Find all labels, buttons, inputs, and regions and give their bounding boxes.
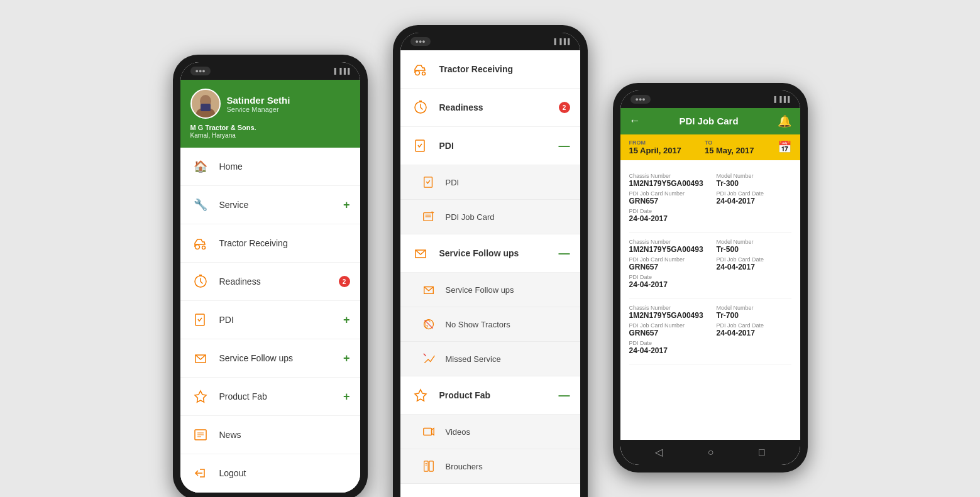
pdi-collapse-icon[interactable]: — — [559, 139, 570, 153]
section-readiness[interactable]: Readiness 2 — [400, 89, 580, 127]
pdi-date-field-3: PDI Date 24-04-2017 — [629, 340, 791, 355]
section-tractor-icon — [410, 59, 431, 79]
home-icon: 🏠 — [190, 156, 211, 177]
model-label-3: Model Number — [717, 305, 791, 311]
svg-marker-30 — [431, 429, 434, 435]
date-to-value: 15 May, 2017 — [705, 146, 754, 155]
pdi-date-field-1: PDI Date 24-04-2017 — [629, 208, 791, 223]
pdi-job-number-value-3: GRN657 — [629, 329, 704, 337]
menu-item-tractor-receiving[interactable]: Tractor Receiving — [180, 224, 360, 263]
menu-item-product-fab[interactable]: Product Fab + — [180, 378, 360, 416]
service-expand-icon[interactable]: + — [343, 199, 350, 212]
phone-2: ●●● ▐ ▐▐▐ Tractor Receiving — [393, 25, 588, 497]
date-from-label: From — [629, 139, 681, 146]
menu-label-news: News — [219, 430, 350, 440]
svg-point-25 — [426, 325, 427, 327]
sub-label-pdi-job-card: PDI Job Card — [446, 212, 495, 222]
sub-label-brouchers: Brouchers — [446, 462, 483, 471]
calendar-icon[interactable]: 📅 — [778, 140, 791, 154]
pdi-date-label-1: PDI Date — [629, 208, 791, 214]
nav-home-button[interactable]: ○ — [708, 447, 714, 458]
sub-videos-icon — [419, 422, 438, 441]
sub-item-brouchers[interactable]: Brouchers — [400, 449, 580, 484]
sub-item-pdi[interactable]: PDI — [400, 165, 580, 200]
model-field-1: Model Number Tr-300 — [717, 173, 791, 188]
section-fab[interactable]: Product Fab — — [400, 376, 580, 415]
pdi-job-date-field-2: PDI Job Card Date 24-04-2017 — [717, 256, 791, 271]
pdi-expand-icon[interactable]: + — [343, 314, 350, 327]
back-button[interactable]: ← — [629, 114, 641, 128]
sub-item-no-show[interactable]: No Show Tractors — [400, 307, 580, 342]
status-pill-2: ●●● — [410, 37, 431, 46]
bell-icon[interactable]: 🔔 — [778, 114, 791, 128]
sub-label-videos: Videos — [446, 427, 471, 437]
pdi-date-value-1: 24-04-2017 — [629, 214, 791, 223]
menu-item-service[interactable]: 🔧 Service + — [180, 186, 360, 224]
menu-label-fab: Product Fab — [219, 391, 343, 401]
svg-point-4 — [195, 245, 199, 249]
sub-item-pdi-job-card[interactable]: PDI Job Card — [400, 200, 580, 234]
menu-item-service-follow-ups[interactable]: Service Follow ups + — [180, 339, 360, 378]
section-label-tractor: Tractor Receiving — [439, 64, 570, 74]
pdi-job-number-label-1: PDI Job Card Number — [629, 190, 704, 197]
pdi-date-label-2: PDI Date — [629, 274, 791, 280]
sfu-collapse-icon[interactable]: — — [559, 247, 570, 260]
section-tractor-receiving[interactable]: Tractor Receiving — [400, 50, 580, 89]
svg-point-5 — [202, 246, 205, 249]
sub-item-missed-service[interactable]: Missed Service — [400, 342, 580, 376]
pdi-job-date-value-2: 24-04-2017 — [717, 263, 791, 271]
menu-item-home[interactable]: 🏠 Home — [180, 148, 360, 186]
section-label-readiness: Readiness — [439, 102, 556, 112]
sub-item-sfu[interactable]: Service Follow ups — [400, 273, 580, 307]
menu-label-sfu: Service Follow ups — [219, 353, 343, 363]
chassis-label-2: Chassis Number — [629, 239, 704, 245]
chassis-value-1: 1M2N179Y5GA00493 — [629, 179, 704, 188]
user-role: Service Manager — [227, 106, 290, 113]
readiness-badge-2: 2 — [559, 102, 570, 113]
chassis-field-1: Chassis Number 1M2N179Y5GA00493 — [629, 173, 704, 188]
model-value-1: Tr-300 — [717, 179, 791, 188]
pdi-topbar: ← PDI Job Card 🔔 — [620, 108, 800, 134]
svg-line-27 — [423, 354, 426, 356]
dealer-name: M G Tractor & Sons. Karnal, Haryana — [190, 124, 350, 139]
pdi-job-date-field-3: PDI Job Card Date 24-04-2017 — [717, 322, 791, 337]
section-pdi[interactable]: PDI — — [400, 127, 580, 165]
sub-sfu-icon — [419, 280, 438, 299]
nav-square-button[interactable]: □ — [759, 447, 765, 458]
date-to-label: To — [705, 139, 754, 146]
pdi-job-number-label-3: PDI Job Card Number — [629, 322, 704, 329]
menu-label-readiness: Readiness — [219, 276, 336, 287]
menu-label-home: Home — [219, 161, 350, 172]
svg-point-14 — [415, 71, 419, 75]
sub-label-missed: Missed Service — [446, 354, 501, 364]
sub-item-videos[interactable]: Videos — [400, 415, 580, 449]
section-label-pdi: PDI — [439, 141, 559, 151]
fab-expand-icon[interactable]: + — [343, 390, 350, 403]
model-label-1: Model Number — [717, 173, 791, 179]
menu-item-readiness[interactable]: Readiness 2 — [180, 263, 360, 301]
sfu-expand-icon[interactable]: + — [343, 352, 350, 365]
menu-item-logout[interactable]: Logout — [180, 454, 360, 493]
section-label-fab: Product Fab — [439, 390, 559, 400]
section-sfu[interactable]: Service Follow ups — — [400, 234, 580, 273]
section-news-icon — [410, 493, 431, 497]
fab-icon — [190, 386, 211, 407]
chassis-value-3: 1M2N179Y5GA00493 — [629, 311, 704, 320]
fab-collapse-icon[interactable]: — — [559, 389, 570, 402]
chassis-label-1: Chassis Number — [629, 173, 704, 179]
menu-item-pdi[interactable]: PDI + — [180, 301, 360, 339]
sfu-icon — [190, 348, 211, 368]
section-news[interactable]: News — [400, 484, 580, 497]
news-icon — [190, 425, 211, 445]
pdi-job-date-value-3: 24-04-2017 — [717, 329, 791, 337]
pdi-date-value-3: 24-04-2017 — [629, 346, 791, 355]
sub-label-pdi: PDI — [446, 178, 460, 187]
menu-item-news[interactable]: News — [180, 416, 360, 454]
pdi-title: PDI Job Card — [646, 116, 773, 126]
menu-label-tractor: Tractor Receiving — [219, 238, 350, 248]
svg-marker-9 — [195, 391, 206, 402]
nav-back-button[interactable]: ◁ — [655, 446, 663, 458]
sub-missed-icon — [419, 349, 438, 368]
sub-pdi-icon — [419, 173, 438, 192]
status-icons-1: ▐ ▐▐▐ — [332, 68, 350, 74]
